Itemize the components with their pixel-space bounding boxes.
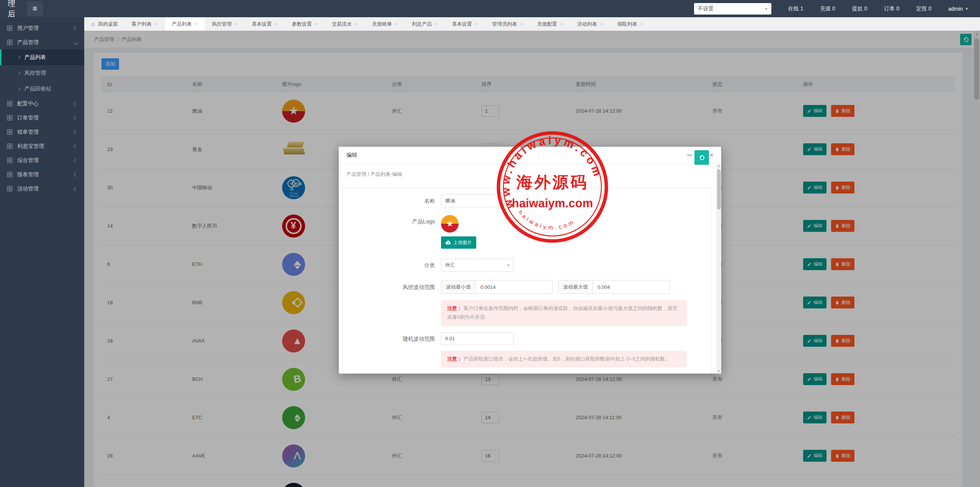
tab-close-icon[interactable]: × [601,21,604,27]
scroll-down-icon[interactable]: ▼ [716,369,721,374]
max-volatility-input[interactable]: 0.004 [593,280,670,294]
username: admin [948,6,963,12]
tab-close-icon[interactable]: × [195,21,198,27]
grid-icon [7,39,13,45]
tab[interactable]: 产品列表 × [165,17,205,31]
sidebar-subitem[interactable]: 产品列表 [0,49,84,65]
topbar-stat: 在线 1 [788,5,804,12]
tab[interactable]: 风控管理 × [205,17,245,31]
tab-label: 产品列表 [172,21,192,28]
tab[interactable]: 客户列表 × [125,17,165,31]
grid-icon [7,115,13,121]
tab-label: 充值错单 [372,21,392,28]
category-select[interactable]: 外汇 ▾ [441,259,514,272]
tab-label: 风控管理 [212,21,232,28]
tab-close-icon[interactable]: × [395,21,399,27]
sidebar-item-label: 配置中心 [17,100,74,107]
sidebar-item[interactable]: 配置中心 [0,97,84,111]
sidebar: 用户管理 产品管理 产品列表 风控管理 产品回收站 配置中心 订单管理 [0,17,84,487]
tab-label: 客户列表 [132,21,152,28]
menu-toggle-icon[interactable]: ≡ [27,1,43,16]
risk-range-label: 风控波动范围 [343,280,441,294]
tab[interactable]: 领取列表 × [610,17,650,31]
tab-label: 交易流水 [332,21,352,28]
topbar-stat: 订单 0 [884,5,900,12]
refresh-icon [699,155,704,160]
sidebar-item[interactable]: 错单管理 [0,125,84,139]
quick-filter-select[interactable]: 不设置 ▾ [694,3,771,15]
tab-close-icon[interactable]: × [275,21,278,27]
tab-label: 利息产品 [412,21,432,28]
tab-close-icon[interactable]: × [435,21,438,27]
tab-label: 我的桌面 [98,21,118,28]
tab[interactable]: 活动列表 × [570,17,611,31]
max-addon: 波动最大值 [559,280,593,294]
sidebar-item-label: 活动管理 [17,185,74,192]
grid-icon [7,129,13,135]
sidebar-item[interactable]: 用户管理 [0,21,84,35]
sidebar-item[interactable]: 产品管理 [0,35,84,49]
sidebar-item-label: 订单管理 [17,115,74,121]
select-value: 不设置 [698,5,714,12]
tab-close-icon[interactable]: × [560,21,564,27]
upload-button[interactable]: 上传图片 [441,236,476,249]
random-range-input[interactable]: 0.01 [441,332,514,345]
scrollbar-thumb[interactable] [717,169,721,210]
scroll-up-icon[interactable]: ▲ [716,163,721,168]
tab[interactable]: 基本设置 × [245,17,285,31]
tab[interactable]: 基本设置 × [445,17,485,31]
tab-close-icon[interactable]: × [235,21,238,27]
tab[interactable]: ⌂ 我的桌面 [84,17,125,31]
chevron-right-icon [17,87,20,90]
chevron-down-icon: ▾ [765,6,767,11]
grid-icon [7,25,13,31]
sidebar-subitem-label: 产品回收站 [24,85,51,92]
tab[interactable]: 充值配置 × [530,17,570,31]
chevron-right-icon [17,56,20,59]
chevron-icon [74,26,78,30]
category-label: 分类 [343,259,441,272]
sidebar-subitem[interactable]: 风控管理 [0,65,84,81]
modal-scrollbar[interactable]: ▲ ▼ [716,163,721,374]
tab[interactable]: 参数设置 × [285,17,325,31]
tab-label: 活动列表 [577,21,597,28]
tab-close-icon[interactable]: × [155,21,158,27]
sidebar-item[interactable]: 综合管理 [0,153,84,167]
random-note: 注意： 产品获取接口值后，会加上+-此处的值。如5，则在接口获取的数据中加上-5… [441,351,687,368]
tab[interactable]: 充值错单 × [365,17,405,31]
sidebar-subitem-label: 风控管理 [24,70,46,77]
name-input[interactable]: 燃油 [441,194,502,207]
topbar-stat: 提款 0 [852,5,867,12]
tab-close-icon[interactable]: × [520,21,523,27]
sidebar-item-label: 用户管理 [17,25,74,32]
tab-label: 基本设置 [452,21,472,28]
tab[interactable]: 利息产品 × [405,17,445,31]
home-icon: ⌂ [91,21,95,27]
topbar-stats: 在线 1充值 0提款 0订单 0定投 0 [771,5,931,12]
sidebar-item[interactable]: 订单管理 [0,111,84,125]
tab-close-icon[interactable]: × [640,21,644,27]
sidebar-item[interactable]: 报表管理 [0,167,84,182]
tab-close-icon[interactable]: × [475,21,479,27]
tab-close-icon[interactable]: × [355,21,358,27]
tab-close-icon[interactable]: × [315,21,318,27]
min-volatility-input[interactable]: 0.0014 [476,280,552,294]
min-volatility-group: 波动最小值 0.0014 [441,280,553,294]
modal-header: 编辑 × [339,147,721,164]
sidebar-subitem[interactable]: 产品回收站 [0,81,84,97]
grid-icon [7,186,13,192]
tab[interactable]: 管理员列表 × [485,17,530,31]
minimize-icon[interactable] [687,155,692,156]
close-icon[interactable]: × [709,151,714,159]
chevron-icon [74,130,78,134]
topbar-right: 不设置 ▾ 在线 1充值 0提款 0订单 0定投 0 admin ▼ [694,3,980,15]
modal-refresh-button[interactable] [694,150,709,165]
tab-label: 管理员列表 [492,21,517,28]
modal-title: 编辑 [346,152,357,159]
product-logo-preview [441,215,459,233]
sidebar-item[interactable]: 利息宝管理 [0,139,84,153]
sidebar-item[interactable]: 活动管理 [0,182,84,196]
user-menu[interactable]: admin ▼ [948,6,969,12]
chevron-icon [74,40,78,44]
tab[interactable]: 交易流水 × [325,17,365,31]
